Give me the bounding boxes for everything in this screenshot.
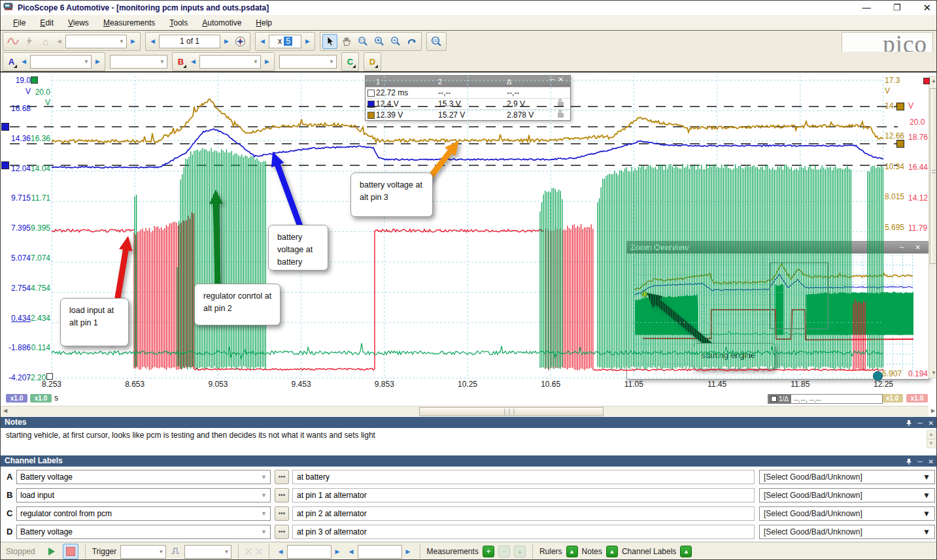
zoom-factor-input[interactable]: x 5 [269, 35, 301, 48]
next-page-arrow[interactable]: ▶ [222, 38, 231, 44]
prev-page-arrow[interactable]: ◀ [148, 38, 158, 44]
gold-scale-badge[interactable]: x1.0 [881, 394, 903, 403]
annotation-callout[interactable]: battery voltage at battery [268, 225, 328, 271]
pointer-tool-button[interactable] [322, 34, 337, 49]
waveform-view-button[interactable] [5, 34, 20, 49]
channel-b-status-select[interactable]: [Select Good/Bad/Unknown]▼ [759, 488, 935, 502]
blue-scale-badge[interactable]: x1.0 [6, 394, 27, 403]
trigger-point-marker[interactable] [873, 371, 883, 381]
channel-d-name-select[interactable]: Battery voltage▼ [16, 525, 271, 539]
view-select[interactable]: ▼ [65, 35, 127, 48]
channel-b-button[interactable]: B [175, 54, 187, 69]
main-plot[interactable] [52, 76, 883, 378]
scroll-left-arrow[interactable]: ◀ [1, 406, 10, 416]
vertical-scroll-thumb[interactable] [930, 88, 937, 264]
channel-c-status-select[interactable]: [Select Good/Bad/Unknown]▼ [759, 506, 935, 521]
home-button[interactable]: ⌂ [38, 34, 53, 49]
trigger-mode-select[interactable]: ▼ [120, 545, 166, 559]
zoom-overview-close-button[interactable]: ✕ [915, 244, 925, 251]
ruler-delta-field[interactable]: 1/Δ --,--, --,-- [768, 394, 883, 404]
next-view-arrow[interactable]: ▶ [128, 38, 138, 44]
green-channel-marker[interactable] [31, 76, 38, 84]
scroll-right-arrow[interactable]: ▶ [928, 406, 937, 416]
channel-a-range-up[interactable]: ▶ [93, 58, 103, 65]
channel-a-more-button[interactable]: ••• [275, 470, 289, 484]
trigger-level-down[interactable]: ◀ [347, 548, 356, 555]
horizontal-scroll-thumb[interactable]: ▏▏▏ [419, 407, 604, 416]
notes-toggle-button[interactable]: ▲ [606, 546, 618, 557]
notes-minimize-button[interactable]: ─ [918, 418, 923, 429]
menu-tools[interactable]: Tools [162, 16, 195, 30]
trigger-time-up[interactable]: ▶ [333, 548, 343, 555]
channel-d-status-select[interactable]: [Select Good/Bad/Unknown]▼ [759, 525, 935, 539]
menu-views[interactable]: Views [61, 16, 96, 30]
restore-button[interactable]: ❐ [893, 1, 901, 15]
rotation-button[interactable] [233, 34, 248, 49]
zoom-100-button[interactable]: 100 [429, 34, 444, 49]
persistence-button[interactable] [22, 34, 37, 49]
start-capture-button[interactable] [48, 548, 55, 555]
red-scale-badge[interactable]: x1.0 [906, 394, 928, 403]
channel-c-button[interactable]: C [344, 54, 356, 69]
red-channel-marker[interactable] [923, 78, 930, 84]
notes-scroll-up[interactable]: ▲ [927, 430, 936, 439]
menu-file[interactable]: File [6, 16, 33, 30]
annotation-callout[interactable]: load input at alt pin 1 [60, 298, 129, 346]
channel-d-button[interactable]: D [366, 54, 379, 69]
annotation-callout[interactable]: regulator conrtol at alt pin 2 [194, 284, 281, 325]
channel-b-more-button[interactable]: ••• [275, 488, 289, 502]
prev-view-arrow[interactable]: ◀ [54, 38, 64, 44]
zoom-overview-minimize-button[interactable]: ─ [900, 244, 909, 251]
channel-b-probe-select[interactable]: ▼ [279, 55, 337, 69]
add-measurement-button[interactable]: + [483, 546, 494, 557]
channel-a-status-select[interactable]: [Select Good/Bad/Unknown]▼ [759, 470, 935, 484]
minimize-button[interactable]: — [862, 1, 871, 15]
scroll-down-arrow[interactable]: ▼ [929, 369, 937, 378]
channel-d-more-button[interactable]: ••• [275, 525, 289, 539]
zoom-out-button[interactable] [388, 34, 403, 49]
notes-scroll-down[interactable]: ▼ [927, 439, 936, 448]
page-indicator[interactable]: 1 of 1 [159, 35, 220, 48]
green-scale-badge[interactable]: x1.0 [30, 394, 52, 403]
close-button[interactable]: ✕ [923, 1, 931, 15]
menu-edit[interactable]: Edit [33, 16, 61, 30]
zoom-increase-arrow[interactable]: ▶ [303, 38, 313, 44]
gold-ruler-handle[interactable] [896, 103, 904, 110]
channel-labels-minimize-button[interactable]: ─ [918, 456, 923, 467]
time-ruler-handle[interactable] [46, 373, 53, 380]
horizontal-scrollbar[interactable]: ◀ ▏▏▏ ▶ [1, 406, 928, 416]
stop-capture-button[interactable] [63, 544, 78, 559]
notes-close-button[interactable]: ✕ [928, 418, 934, 429]
channel-a-probe-select[interactable]: ▼ [110, 55, 167, 69]
channel-b-range-down[interactable]: ◀ [188, 58, 198, 65]
channel-a-location-field[interactable]: at battery [292, 470, 755, 484]
blue-ruler-handle[interactable] [1, 161, 9, 169]
channel-labels-close-button[interactable]: ✕ [928, 456, 934, 467]
channel-c-more-button[interactable]: ••• [275, 506, 289, 521]
blue-ruler-handle[interactable] [1, 123, 9, 131]
channel-b-location-field[interactable]: at pin 1 at alternator [292, 488, 755, 502]
channel-a-range-down[interactable]: ◀ [19, 58, 29, 65]
zoom-in-button[interactable] [371, 34, 386, 49]
channel-a-name-select[interactable]: Battery voltage▼ [16, 470, 271, 484]
gold-ruler-handle[interactable] [896, 140, 904, 148]
menu-measurements[interactable]: Measurements [96, 16, 162, 30]
channel-d-location-field[interactable]: at pin 3 of alternator [292, 525, 755, 539]
trigger-time-field[interactable] [287, 545, 332, 559]
trigger-time-down[interactable]: ◀ [276, 548, 286, 555]
trigger-level-up[interactable]: ▶ [403, 548, 413, 555]
channel-b-range-up[interactable]: ▶ [262, 58, 272, 65]
channel-a-range-select[interactable]: ▼ [30, 55, 92, 69]
undo-zoom-button[interactable] [404, 34, 419, 49]
trigger-level-field[interactable] [358, 545, 402, 559]
scroll-up-arrow[interactable]: ▲ [929, 76, 937, 86]
menu-automotive[interactable]: Automotive [195, 16, 248, 30]
notes-text[interactable]: starting vehicle, at first cursor, looks… [1, 428, 937, 455]
channel-labels-toggle-button[interactable]: ▲ [680, 546, 692, 557]
trigger-edge-icon[interactable] [170, 546, 180, 558]
cursor-tool-icon-2[interactable]: ⤬ [256, 547, 262, 556]
trigger-channel-select[interactable]: ▼ [184, 545, 231, 559]
zoom-decrease-arrow[interactable]: ◀ [258, 38, 267, 44]
channel-b-name-select[interactable]: load input▼ [16, 488, 271, 502]
channel-b-range-select[interactable]: ▼ [199, 55, 261, 69]
